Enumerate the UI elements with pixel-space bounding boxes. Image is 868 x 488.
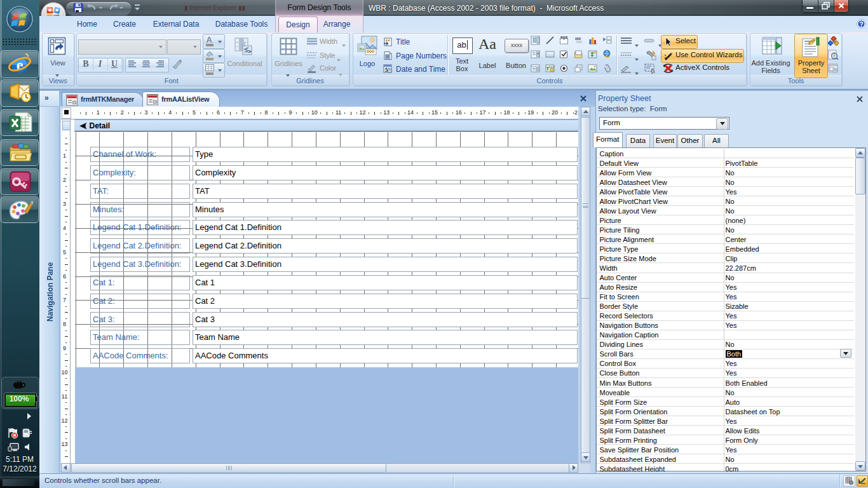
- svg-text:5: 5: [385, 67, 388, 73]
- svg-text:?: ?: [859, 20, 863, 28]
